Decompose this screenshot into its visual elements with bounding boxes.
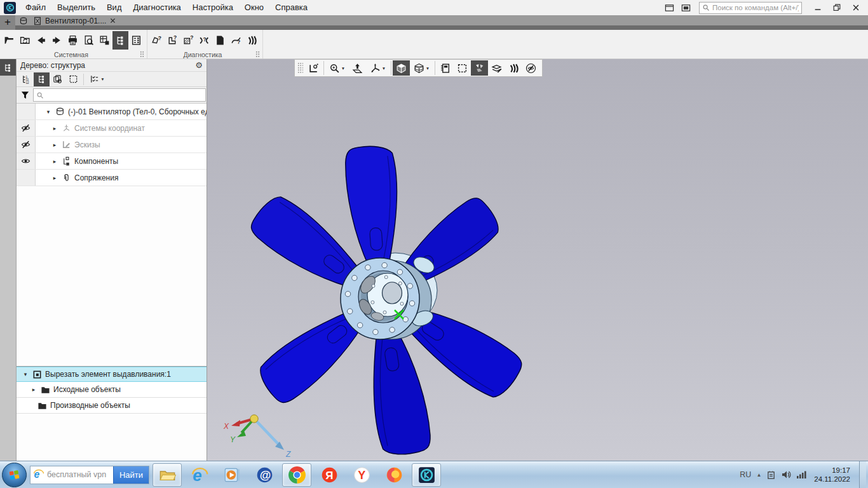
open-recent-button[interactable] [17, 31, 33, 50]
find-button[interactable]: Найти [113, 466, 149, 484]
command-search-input[interactable] [712, 4, 799, 11]
collapse-icon[interactable]: ▾ [22, 371, 29, 377]
wireframe-display-button[interactable]: ▼ [410, 60, 433, 76]
start-page-tab[interactable] [15, 15, 32, 26]
taskbar-search-input[interactable] [47, 470, 113, 479]
media-player-taskbar-button[interactable] [217, 463, 247, 487]
zebra-stripes-button[interactable] [244, 31, 260, 50]
tree-panel-toggle-button[interactable] [112, 31, 128, 50]
back-button[interactable] [33, 31, 49, 50]
menu-select[interactable]: Выделить [51, 0, 101, 15]
restore-button[interactable] [827, 1, 846, 15]
language-indicator[interactable]: RU [740, 470, 751, 479]
section-view-button[interactable] [437, 60, 454, 76]
check-spline-button[interactable] [228, 31, 244, 50]
tree-components-button[interactable] [50, 72, 65, 86]
menu-window[interactable]: Окно [239, 0, 269, 15]
zoom-button[interactable]: ▼ [325, 60, 349, 76]
shaded-display-button[interactable] [393, 60, 410, 76]
fragments-display-button[interactable] [471, 60, 488, 76]
network-icon[interactable] [796, 470, 806, 480]
print-button[interactable] [65, 31, 81, 50]
group-grip[interactable] [255, 51, 260, 58]
taskbar-search-box[interactable]: e Найти [30, 466, 149, 484]
gear-icon[interactable]: ⚙ [195, 61, 203, 69]
minimize-button[interactable] [808, 1, 827, 15]
check-hatch-button[interactable] [180, 31, 196, 50]
kompas-taskbar-button[interactable] [412, 463, 441, 487]
filter-icon[interactable] [17, 88, 33, 103]
yandex-search-taskbar-button[interactable]: Y [347, 463, 376, 487]
zebra-button[interactable] [505, 60, 522, 76]
close-button[interactable] [846, 1, 865, 15]
visibility-toggle[interactable] [17, 120, 36, 136]
feature-row-source-objects[interactable]: ▸ Исходные объекты [17, 382, 207, 398]
viewport-canvas[interactable]: X Y Z ▼ ▼ ▼ [207, 59, 868, 461]
command-search[interactable] [699, 2, 802, 14]
expand-icon[interactable]: ▸ [51, 125, 58, 132]
expand-icon[interactable]: ▸ [51, 175, 58, 181]
start-button[interactable] [2, 463, 27, 487]
coordinate-system-icon [62, 123, 71, 133]
visibility-toggle[interactable] [17, 137, 36, 152]
clock[interactable]: 19:17 24.11.2022 [814, 466, 850, 484]
tree-row-sketches[interactable]: ▸ Эскизы [17, 137, 207, 153]
tree-row-components[interactable]: ▸ Компоненты [17, 153, 207, 170]
properties-button[interactable] [128, 31, 144, 50]
export-check-button[interactable] [212, 31, 228, 50]
expand-icon[interactable]: ▸ [51, 158, 58, 165]
visibility-toggle[interactable] [17, 153, 36, 169]
show-desktop-button[interactable] [859, 461, 866, 488]
menu-file[interactable]: Файл [20, 0, 51, 15]
mail-taskbar-button[interactable]: @ [250, 463, 279, 487]
expand-icon[interactable]: ▸ [51, 142, 58, 148]
menu-help[interactable]: Справка [269, 0, 313, 15]
check-curvature-button[interactable] [196, 31, 212, 50]
tree-structure-strip-button[interactable] [0, 59, 16, 76]
tray-expand-icon[interactable]: ▲ [756, 472, 761, 478]
tree-composition-button[interactable] [18, 72, 34, 86]
ie-taskbar-button[interactable]: e [185, 463, 214, 487]
feature-row-selected[interactable]: ▾ Вырезать элемент выдавливания:1 [17, 367, 207, 382]
tree-filter-list-button[interactable]: ▼ [86, 72, 109, 86]
variables-button[interactable] [97, 31, 112, 50]
group-grip[interactable] [140, 51, 144, 58]
fan-3d-model[interactable]: X Y Z [207, 59, 868, 461]
view-orientation-button[interactable] [305, 60, 322, 76]
toolbar-grip[interactable] [297, 62, 303, 74]
axes-orientation-button[interactable]: ▼ [366, 60, 390, 76]
tab-close-icon[interactable] [109, 17, 116, 24]
collapse-icon[interactable]: ▾ [44, 109, 52, 115]
tree-search-input[interactable] [46, 92, 203, 99]
tree-row-coordinate-systems[interactable]: ▸ Системы координат [17, 120, 207, 137]
explorer-taskbar-button[interactable] [153, 463, 182, 487]
tree-structure-button[interactable] [34, 72, 50, 86]
layout-window-icon[interactable] [661, 2, 677, 13]
check-contour-button[interactable] [165, 31, 180, 50]
tree-search-box[interactable] [33, 88, 206, 102]
volume-icon[interactable] [781, 470, 791, 480]
new-tab-button[interactable]: + [0, 15, 15, 30]
open-document-button[interactable] [1, 31, 17, 50]
feature-row-derived-objects[interactable]: Производные объекты [17, 398, 207, 414]
tree-row-mates[interactable]: ▸ Сопряжения [17, 170, 207, 186]
preview-button[interactable] [81, 31, 97, 50]
menu-view[interactable]: Вид [101, 0, 128, 15]
yandex-browser-taskbar-button[interactable]: Я [315, 463, 344, 487]
tree-selection-button[interactable] [65, 72, 81, 86]
forward-button[interactable] [49, 31, 65, 50]
screen-preview-icon[interactable] [678, 2, 693, 13]
chrome-taskbar-button[interactable] [282, 463, 311, 487]
hide-objects-button[interactable] [522, 60, 539, 76]
normal-to-button[interactable] [349, 60, 366, 76]
layers-button[interactable] [488, 60, 505, 76]
firefox-taskbar-button[interactable] [379, 463, 409, 487]
document-tab[interactable]: Вентилятор-01.... [32, 15, 121, 26]
menu-diagnostics[interactable]: Диагностика [127, 0, 186, 15]
check-face-button[interactable] [149, 31, 165, 50]
tree-row-root[interactable]: ▾ (-)-01 Вентилятор (Тел-0, Сборочных ед… [17, 104, 207, 120]
expand-icon[interactable]: ▸ [30, 386, 37, 393]
menu-settings[interactable]: Настройка [187, 0, 239, 15]
action-center-icon[interactable] [766, 470, 776, 480]
hide-by-box-button[interactable] [454, 60, 471, 76]
